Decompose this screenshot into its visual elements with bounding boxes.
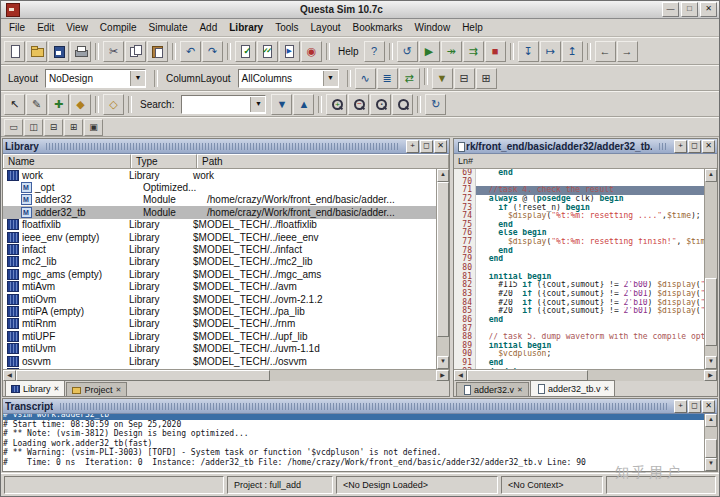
tab-close-icon[interactable]: ✕: [115, 386, 121, 394]
scrollbar-thumb[interactable]: [705, 439, 717, 458]
undo-button[interactable]: ↶: [180, 41, 201, 62]
scrollbar-track[interactable]: [705, 427, 717, 458]
layout-quad-button[interactable]: ⊞: [64, 119, 83, 136]
library-tree-row[interactable]: adder32_tbModule/home/crazy/Work/front_e…: [3, 206, 436, 218]
zoom-mode-button[interactable]: [392, 94, 413, 115]
bookmark-button[interactable]: ◆: [70, 94, 91, 115]
menu-bookmarks[interactable]: Bookmarks: [347, 21, 409, 34]
library-tree[interactable]: workLibrarywork_optOptimized...adder32Mo…: [3, 169, 436, 369]
cut-button[interactable]: ✂: [103, 41, 124, 62]
filter-button[interactable]: ▼: [432, 68, 453, 89]
search-box[interactable]: ▼: [181, 95, 266, 114]
step-over-button[interactable]: ↦: [540, 41, 561, 62]
column-header-path[interactable]: Path: [197, 154, 449, 168]
insert-mode-button[interactable]: ✚: [48, 94, 69, 115]
menu-window[interactable]: Window: [409, 21, 457, 34]
scrollbar-track[interactable]: [467, 370, 704, 381]
panel-undock-button[interactable]: ◻: [688, 140, 701, 153]
paste-button[interactable]: [147, 41, 168, 62]
library-tree-row[interactable]: mtiRnmLibrary$MODEL_TECH/../rnm: [3, 318, 436, 330]
editor-horizontal-scrollbar[interactable]: ◀ ▶: [454, 369, 717, 381]
transcript-log[interactable]: # vsim work.adder32_tb # Start time: 08:…: [3, 414, 704, 471]
layout-single-button[interactable]: ▭: [4, 119, 23, 136]
column-header-type[interactable]: Type: [131, 154, 197, 168]
restart-button[interactable]: ↺: [397, 41, 418, 62]
library-tree-row[interactable]: workLibrarywork: [3, 169, 436, 181]
simulate-button[interactable]: [279, 41, 300, 62]
library-tree-row[interactable]: mtiUPFLibrary$MODEL_TECH/../upf_lib: [3, 330, 436, 342]
zoom-full-button[interactable]: [370, 94, 391, 115]
source-code-view[interactable]: 69 end7071 //task 4. check the result72 …: [454, 169, 704, 369]
library-panel-header[interactable]: Library +◻✕: [3, 139, 449, 154]
library-tree-row[interactable]: mtiAvmLibrary$MODEL_TECH/../avm: [3, 281, 436, 293]
scroll-up-icon[interactable]: ▲: [705, 414, 717, 427]
scroll-down-icon[interactable]: ▼: [705, 356, 717, 369]
step-into-button[interactable]: ↧: [518, 41, 539, 62]
library-tree-row[interactable]: adder32Module/home/crazy/Work/front_end/…: [3, 194, 436, 206]
scrollbar-track[interactable]: [16, 370, 436, 381]
scrollbar-thumb[interactable]: [467, 370, 588, 381]
panel-close-button[interactable]: ✕: [434, 140, 447, 153]
chevron-down-icon[interactable]: ▼: [323, 71, 338, 86]
transcript-panel-header[interactable]: Transcript +◻✕: [3, 399, 717, 414]
panel-close-button[interactable]: ✕: [702, 400, 715, 413]
minimize-button[interactable]: —: [662, 2, 679, 17]
help-button[interactable]: ?: [364, 41, 385, 62]
layout-split-h-button[interactable]: ◫: [24, 119, 43, 136]
add-to-list-button[interactable]: ≣: [377, 68, 398, 89]
tab-adder32-v[interactable]: adder32.v✕: [456, 382, 529, 396]
copy-button[interactable]: [125, 41, 146, 62]
layout-select[interactable]: NoDesign ▼: [45, 69, 146, 88]
menu-simulate[interactable]: Simulate: [143, 21, 194, 34]
scrollbar-track[interactable]: [705, 182, 717, 356]
library-tree-row[interactable]: _optOptimized...: [3, 181, 436, 193]
expand-all-button[interactable]: ⊞: [476, 68, 497, 89]
library-tree-row[interactable]: mtiPA (empty)Library$MODEL_TECH/../pa_li…: [3, 305, 436, 317]
panel-grip[interactable]: [46, 143, 399, 150]
menu-library[interactable]: Library: [223, 21, 269, 34]
zoom-in-button[interactable]: [326, 94, 347, 115]
panel-close-button[interactable]: ✕: [702, 140, 715, 153]
add-to-wave-button[interactable]: ∿: [355, 68, 376, 89]
menu-view[interactable]: View: [60, 21, 94, 34]
scroll-down-icon[interactable]: ▼: [437, 356, 449, 369]
panel-grip[interactable]: [659, 143, 667, 150]
library-tree-row[interactable]: mtiOvmLibrary$MODEL_TECH/../ovm-2.1.2: [3, 293, 436, 305]
collapse-all-button[interactable]: ⊟: [454, 68, 475, 89]
panel-expand-button[interactable]: +: [674, 140, 687, 153]
editor-vertical-scrollbar[interactable]: ▲ ▼: [704, 169, 717, 369]
new-file-button[interactable]: [4, 41, 25, 62]
panel-undock-button[interactable]: ◻: [420, 140, 433, 153]
menu-compile[interactable]: Compile: [94, 21, 143, 34]
search-input[interactable]: [182, 98, 250, 111]
scroll-left-icon[interactable]: ◀: [454, 370, 467, 381]
forward-button[interactable]: →: [617, 41, 638, 62]
editor-panel-header[interactable]: rk/front_end/basic/adder32/adder32_tb.v …: [454, 139, 717, 154]
run-button[interactable]: ▶: [419, 41, 440, 62]
column-header-name[interactable]: Name: [3, 154, 131, 168]
maximize-button[interactable]: □: [681, 2, 698, 17]
library-tree-row[interactable]: mtiUvmLibrary$MODEL_TECH/../uvm-1.1d: [3, 342, 436, 354]
library-tree-row[interactable]: infactLibrary$MODEL_TECH/../infact: [3, 243, 436, 255]
clear-bookmarks-button[interactable]: ◇: [103, 94, 124, 115]
menu-add[interactable]: Add: [193, 21, 223, 34]
menu-tools[interactable]: Tools: [269, 21, 304, 34]
select-tool-button[interactable]: ↖: [4, 94, 25, 115]
scroll-down-icon[interactable]: ▼: [705, 458, 717, 471]
columnlayout-select[interactable]: AllColumns ▼: [238, 69, 339, 88]
library-horizontal-scrollbar[interactable]: ◀ ▶: [3, 369, 449, 381]
library-tree-row[interactable]: floatfixlibLibrary$MODEL_TECH/../floatfi…: [3, 219, 436, 231]
scroll-up-icon[interactable]: ▲: [437, 169, 449, 182]
chevron-down-icon[interactable]: ▼: [250, 97, 265, 112]
open-button[interactable]: [26, 41, 47, 62]
back-button[interactable]: ←: [595, 41, 616, 62]
library-tree-row[interactable]: mgc_ams (empty)Library$MODEL_TECH/../mgc…: [3, 268, 436, 280]
library-tree-row[interactable]: mc2_libLibrary$MODEL_TECH/../mc2_lib: [3, 256, 436, 268]
menu-edit[interactable]: Edit: [31, 21, 60, 34]
edit-mode-button[interactable]: ✎: [26, 94, 47, 115]
continue-button[interactable]: ↠: [441, 41, 462, 62]
panel-grip[interactable]: [60, 403, 667, 410]
stop-button[interactable]: ■: [485, 41, 506, 62]
refresh-button[interactable]: ↻: [425, 94, 446, 115]
layout-tab-button[interactable]: ▣: [84, 119, 103, 136]
